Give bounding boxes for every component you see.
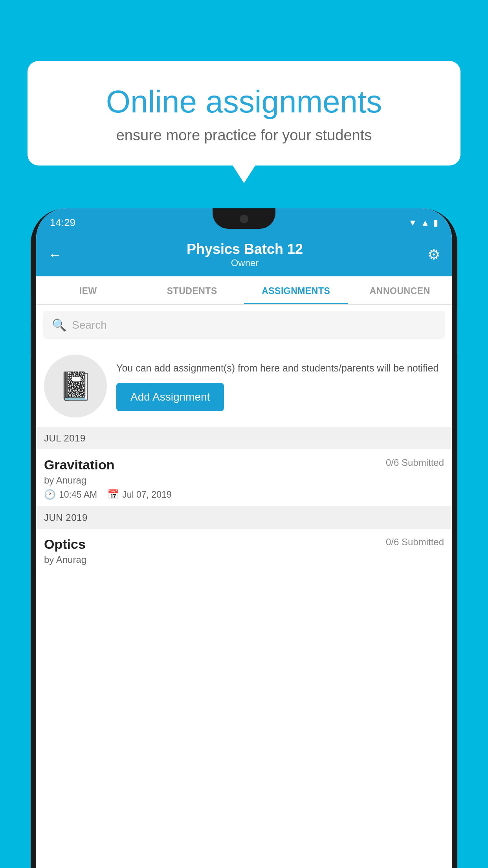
assignment-meta: 🕐 10:45 AM 📅 Jul 07, 2019 bbox=[44, 489, 444, 500]
phone-notch bbox=[213, 208, 275, 229]
wifi-icon: ▼ bbox=[408, 218, 417, 228]
app-header: ← Physics Batch 12 Owner ⚙ bbox=[36, 234, 452, 276]
time-value: 10:45 AM bbox=[59, 489, 97, 500]
assignment-optics[interactable]: Optics 0/6 Submitted by Anurag bbox=[36, 529, 452, 575]
add-assignment-button[interactable]: Add Assignment bbox=[116, 383, 224, 411]
assignment-optics-top-row: Optics 0/6 Submitted bbox=[44, 537, 444, 552]
search-input-placeholder[interactable]: Search bbox=[72, 319, 107, 331]
bubble-title: Online assignments bbox=[55, 85, 433, 119]
battery-icon: ▮ bbox=[433, 218, 438, 228]
tabs-bar: IEW STUDENTS ASSIGNMENTS ANNOUNCEN bbox=[36, 276, 452, 305]
assignment-date: 📅 Jul 07, 2019 bbox=[107, 489, 171, 500]
clock-icon: 🕐 bbox=[44, 489, 56, 500]
status-time: 14:29 bbox=[50, 217, 75, 229]
notebook-icon: 📓 bbox=[59, 370, 93, 402]
status-icons: ▼ ▲ ▮ bbox=[408, 218, 438, 228]
promo-text: You can add assignment(s) from here and … bbox=[116, 361, 444, 376]
assignment-time: 🕐 10:45 AM bbox=[44, 489, 97, 500]
promo-section: 📓 You can add assignment(s) from here an… bbox=[36, 345, 452, 427]
assignment-name: Gravitation bbox=[44, 457, 114, 473]
search-bar[interactable]: 🔍 Search bbox=[43, 311, 445, 339]
phone-screen: 14:29 ▼ ▲ ▮ ← Physics Batch 12 Owner ⚙ I… bbox=[36, 208, 452, 868]
speech-bubble: Online assignments ensure more practice … bbox=[28, 61, 460, 166]
front-camera bbox=[240, 215, 248, 223]
content-area: 🔍 Search 📓 You can add assignment(s) fro… bbox=[36, 305, 452, 575]
power-button bbox=[457, 311, 457, 354]
assignment-optics-name: Optics bbox=[44, 537, 86, 552]
settings-button[interactable]: ⚙ bbox=[427, 246, 440, 263]
assignment-optics-by: by Anurag bbox=[44, 554, 444, 565]
back-button[interactable]: ← bbox=[48, 246, 62, 263]
assignment-optics-status: 0/6 Submitted bbox=[386, 537, 444, 548]
header-subtitle: Owner bbox=[187, 257, 303, 268]
header-center: Physics Batch 12 Owner bbox=[187, 241, 303, 268]
speech-bubble-wrapper: Online assignments ensure more practice … bbox=[28, 61, 460, 166]
tab-assignments[interactable]: ASSIGNMENTS bbox=[244, 276, 348, 304]
tab-students[interactable]: STUDENTS bbox=[140, 276, 244, 304]
section-jul-2019: JUL 2019 bbox=[36, 427, 452, 449]
tab-announcements[interactable]: ANNOUNCEN bbox=[348, 276, 452, 304]
assignment-status: 0/6 Submitted bbox=[386, 457, 444, 468]
bubble-subtitle: ensure more practice for your students bbox=[55, 127, 433, 144]
section-label-jul: JUL 2019 bbox=[44, 433, 86, 443]
calendar-icon: 📅 bbox=[107, 489, 119, 500]
phone-frame: 14:29 ▼ ▲ ▮ ← Physics Batch 12 Owner ⚙ I… bbox=[31, 208, 457, 868]
assignment-by: by Anurag bbox=[44, 475, 444, 486]
promo-icon-circle: 📓 bbox=[44, 355, 107, 417]
search-icon: 🔍 bbox=[52, 318, 66, 332]
assignment-gravitation[interactable]: Gravitation 0/6 Submitted by Anurag 🕐 10… bbox=[36, 449, 452, 507]
promo-content: You can add assignment(s) from here and … bbox=[116, 361, 444, 411]
header-title: Physics Batch 12 bbox=[187, 241, 303, 257]
search-container: 🔍 Search bbox=[36, 305, 452, 345]
volume-button-2 bbox=[31, 330, 31, 358]
section-label-jun: JUN 2019 bbox=[44, 512, 88, 523]
tab-iew[interactable]: IEW bbox=[36, 276, 140, 304]
section-jun-2019: JUN 2019 bbox=[36, 507, 452, 529]
signal-icon: ▲ bbox=[421, 218, 429, 228]
date-value: Jul 07, 2019 bbox=[122, 489, 171, 500]
assignment-top-row: Gravitation 0/6 Submitted bbox=[44, 457, 444, 473]
volume-button-1 bbox=[31, 295, 31, 322]
